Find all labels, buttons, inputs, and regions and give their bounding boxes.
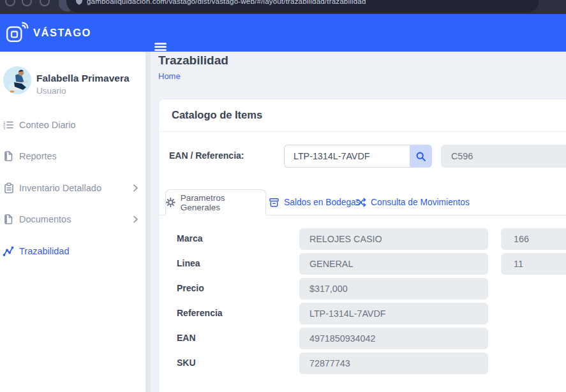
field-row-sku: SKU 72877743 <box>159 352 566 374</box>
sidebar-item-trazabilidad[interactable]: Trazabilidad <box>0 242 145 260</box>
field-label: Precio <box>177 283 204 293</box>
field-value: 4971850934042 <box>299 328 488 349</box>
graph-icon <box>3 245 14 257</box>
tab-bar: Parametros Generales Saldos en Bodegas C… <box>159 189 566 215</box>
shuffle-icon <box>355 197 366 208</box>
sidebar-item-inventario-detallado[interactable]: Inventario Detallado <box>0 179 145 197</box>
sidebar-item-label: Documentos <box>19 210 71 228</box>
item-code-field: C596 <box>441 145 566 168</box>
app-viewport: gamboaliquidacion.com/vastago/dist/vasta… <box>0 0 566 392</box>
app-header: VÁSTAGO <box>0 14 566 52</box>
tab-saldos-en-bodegas[interactable]: Saldos en Bodegas <box>269 189 361 215</box>
sidebar-item-label: Conteo Diario <box>19 116 76 134</box>
sidebar-item-label: Trazabilidad <box>19 242 69 260</box>
tab-label: Saldos en Bodegas <box>284 198 361 207</box>
tab-parametros-generales[interactable]: Parametros Generales <box>165 189 266 215</box>
file-icon <box>3 214 14 225</box>
field-code: 166 <box>501 228 566 250</box>
sidebar-item-label: Inventario Detallado <box>19 179 101 197</box>
menu-toggle-icon[interactable] <box>154 43 167 51</box>
chevron-right-icon <box>130 214 141 225</box>
user-name: Falabella Primavera <box>36 73 130 84</box>
site-info-icon[interactable] <box>75 0 83 5</box>
tab-label: Consulta de Movimientos <box>371 198 470 207</box>
sidebar-item-label: Reportes <box>19 147 57 165</box>
card-title: Catalogo de Items <box>172 109 262 121</box>
field-row-linea: Linea GENERAL 11 <box>159 253 566 275</box>
field-value: GENERAL <box>299 253 488 275</box>
avatar <box>3 66 31 94</box>
field-value: $317,000 <box>299 278 488 300</box>
sidebar: Falabella Primavera Usuario 1 2 3 Conteo… <box>0 52 145 392</box>
address-bar[interactable]: gamboaliquidacion.com/vastago/dist/vasta… <box>66 0 539 13</box>
tab-label: Parametros Generales <box>181 193 265 212</box>
rfid-logo-icon <box>5 20 29 45</box>
field-label: EAN <box>177 333 196 343</box>
field-code: 11 <box>501 253 566 275</box>
browser-bar: gamboaliquidacion.com/vastago/dist/vasta… <box>0 0 566 14</box>
url-text[interactable]: gamboaliquidacion.com/vastago/dist/vasta… <box>87 0 366 13</box>
search-icon <box>415 151 426 162</box>
browser-extension-icon[interactable] <box>40 0 50 6</box>
field-row-referencia: Referencia LTP-1314L-7AVDF <box>159 303 566 324</box>
field-row-marca: Marca RELOJES CASIO 166 <box>159 228 566 250</box>
card-header: Catalogo de Items <box>159 99 566 132</box>
ean-search-input[interactable] <box>284 145 410 168</box>
field-value: RELOJES CASIO <box>299 228 488 250</box>
field-value: 72877743 <box>299 352 488 374</box>
clipboard-icon <box>3 182 14 194</box>
field-row-ean: EAN 4971850934042 <box>159 328 566 349</box>
page-title: Trazabilidad <box>158 54 228 68</box>
sidebar-item-conteo-diario[interactable]: 1 2 3 Conteo Diario <box>0 116 145 134</box>
user-role: Usuario <box>36 86 66 96</box>
field-label: SKU <box>177 358 196 368</box>
field-label: Linea <box>177 258 200 268</box>
breadcrumb-home-link[interactable]: Home <box>158 71 181 81</box>
field-row-precio: Precio $317,000 <box>159 278 566 300</box>
brand-title: VÁSTAGO <box>33 14 91 52</box>
sidebar-item-documentos[interactable]: Documentos <box>0 210 145 228</box>
file-icon <box>3 150 14 162</box>
tab-consulta-de-movimientos[interactable]: Consulta de Movimientos <box>355 189 470 215</box>
sidebar-item-reportes[interactable]: Reportes <box>0 147 145 165</box>
chevron-right-icon <box>130 182 141 194</box>
archive-icon <box>269 197 279 208</box>
gear-icon <box>166 198 175 207</box>
svg-text:3: 3 <box>3 126 6 130</box>
browser-back-icon[interactable] <box>5 0 15 6</box>
search-button[interactable] <box>410 145 432 168</box>
ordered-list-icon: 1 2 3 <box>3 119 14 131</box>
browser-reload-icon[interactable] <box>22 0 32 6</box>
sidebar-scroll-strip[interactable] <box>145 52 151 392</box>
catalog-card: Catalogo de Items EAN / Referencia: C596 <box>158 99 566 392</box>
ean-referencia-label: EAN / Referencia: <box>169 150 244 161</box>
field-value: LTP-1314L-7AVDF <box>299 303 488 324</box>
search-group <box>284 145 432 168</box>
field-label: Marca <box>177 233 202 243</box>
field-label: Referencia <box>177 308 223 318</box>
